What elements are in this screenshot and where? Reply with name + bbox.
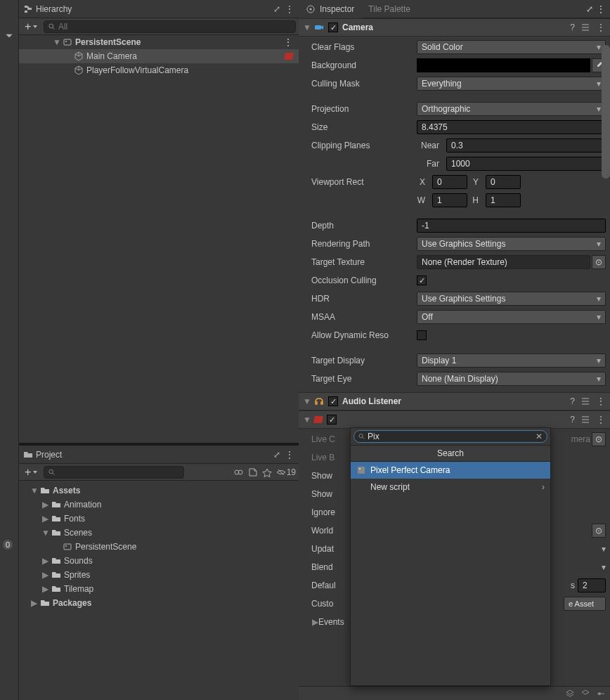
hidden-count[interactable]: 19 [276,467,296,477]
project-search[interactable] [44,466,184,479]
msaa-dropdown[interactable]: Off▾ [417,310,606,324]
viewport-y[interactable]: 0 [486,175,521,189]
panel-menu-icon[interactable]: ⋮ [285,4,294,14]
target-texture-field[interactable]: None (Render Texture) [417,255,590,269]
inspector-scrollbar[interactable] [602,45,610,179]
svg-rect-12 [315,25,321,30]
search-icon [48,23,56,30]
project-assets-row[interactable]: ▼ Assets [19,484,299,498]
component-search-box[interactable]: ✕ [353,430,547,443]
layers-icon[interactable] [565,689,575,699]
layers-icon-2[interactable] [580,689,590,699]
filter-by-label-icon[interactable] [248,467,258,477]
folder-icon [40,486,50,495]
popup-item-pixel-perfect-camera[interactable]: Pixel Perfect Camera [351,462,550,479]
camera-component-header[interactable]: ▼ Camera ? ⋮ [299,18,610,37]
size-field[interactable]: 8.4375 [417,120,606,134]
hierarchy-main-camera-row[interactable]: Main Camera [19,49,299,63]
occlusion-checkbox[interactable] [417,276,427,285]
component-menu-icon[interactable]: ⋮ [596,396,606,406]
foldout-icon[interactable]: ▼ [53,37,60,47]
object-picker-icon[interactable]: ⊙ [592,432,606,446]
layout-dropdown-icon[interactable] [4,31,14,41]
popout-icon[interactable]: ⤢ [272,450,282,460]
component-menu-icon[interactable]: ⋮ [596,22,606,32]
slider-icon[interactable] [596,689,606,699]
popout-icon[interactable]: ⤢ [272,4,282,14]
near-field[interactable]: 0.3 [446,138,606,153]
cinemachine-brain-header[interactable]: ▼ x ?⋮ [299,410,610,429]
svg-point-14 [598,692,601,695]
folder-icon [40,598,50,608]
far-field[interactable]: 1000 [446,157,606,171]
project-packages-row[interactable]: ▶Packages [19,596,299,610]
viewport-x[interactable]: 0 [432,175,467,189]
gameobject-icon [74,65,84,75]
save-search-icon[interactable] [262,467,272,477]
folder-animation[interactable]: ▶Animation [19,498,299,512]
background-color-field[interactable] [417,58,590,72]
preset-icon[interactable] [580,22,590,32]
hdr-dropdown[interactable]: Use Graphics Settings▾ [417,292,606,306]
visibility-off-icon [276,467,286,477]
folder-icon [51,528,61,538]
blend-time-field[interactable]: 2 [578,578,606,592]
rendering-path-dropdown[interactable]: Use Graphics Settings▾ [417,237,606,251]
hierarchy-scene-row[interactable]: ▼ PersistentScene ⋮ [19,35,299,49]
object-picker-icon[interactable]: ⊙ [592,255,606,269]
help-icon[interactable]: ? [570,415,575,424]
clear-search-icon[interactable]: ✕ [536,432,543,441]
folder-tilemap[interactable]: ▶Tilemap [19,582,299,596]
folder-icon [51,514,61,524]
svg-point-11 [310,8,312,10]
depth-field[interactable]: -1 [417,219,606,233]
filter-by-type-icon[interactable] [234,467,244,477]
folder-sprites[interactable]: ▶Sprites [19,568,299,582]
create-asset-button[interactable]: + [22,466,41,479]
camera-enabled-checkbox[interactable] [328,22,338,32]
folder-icon [51,570,61,580]
project-header: Project ⤢ ⋮ [19,446,299,464]
component-search-input[interactable] [368,432,533,441]
svg-point-3 [65,41,67,42]
svg-line-5 [53,472,55,474]
target-display-dropdown[interactable]: Display 1▾ [417,354,606,368]
viewport-w[interactable]: 1 [432,193,467,207]
scene-asset[interactable]: PersistentScene [19,540,299,554]
scene-icon [63,37,72,47]
component-menu-icon[interactable]: ⋮ [596,415,606,424]
viewport-h[interactable]: 1 [486,193,521,207]
create-button[interactable]: + [22,20,41,33]
cinemachine-enabled-checkbox[interactable] [327,415,337,424]
tab-tile-palette[interactable]: Tile Palette [361,0,417,18]
panel-menu-icon[interactable]: ⋮ [285,450,294,460]
preset-icon[interactable] [580,396,590,406]
help-icon[interactable]: ? [570,22,575,32]
help-icon[interactable]: ? [570,396,575,406]
custom-blends-field[interactable]: e Asset [564,597,606,611]
folder-sounds[interactable]: ▶Sounds [19,554,299,568]
audio-enabled-checkbox[interactable] [328,396,338,406]
tab-inspector[interactable]: Inspector [299,0,361,18]
popout-icon[interactable]: ⤢ [586,4,593,14]
scene-menu-icon[interactable]: ⋮ [283,37,293,47]
hierarchy-virtual-camera-row[interactable]: PlayerFollowVirtualCamera [19,63,299,77]
object-picker-icon[interactable]: ⊙ [592,524,606,538]
preset-icon[interactable] [580,415,590,424]
culling-mask-dropdown[interactable]: Everything▾ [417,77,606,91]
project-search-input[interactable] [58,467,180,477]
hierarchy-search-input[interactable] [58,22,291,32]
script-icon [356,465,366,475]
panel-menu-icon[interactable]: ⋮ [596,4,606,14]
folder-scenes[interactable]: ▼Scenes [19,526,299,540]
folder-fonts[interactable]: ▶Fonts [19,512,299,526]
projection-dropdown[interactable]: Orthographic▾ [417,102,606,116]
dynamic-res-checkbox[interactable] [417,330,427,340]
popup-item-new-script[interactable]: New script › [351,479,550,495]
audio-listener-header[interactable]: ▼ Audio Listener ?⋮ [299,392,610,410]
clear-flags-dropdown[interactable]: Solid Color▾ [417,40,606,54]
target-eye-dropdown[interactable]: None (Main Display)▾ [417,372,606,386]
headphones-icon [314,396,324,406]
hierarchy-search[interactable] [44,20,296,33]
project-title: Project [36,450,62,460]
